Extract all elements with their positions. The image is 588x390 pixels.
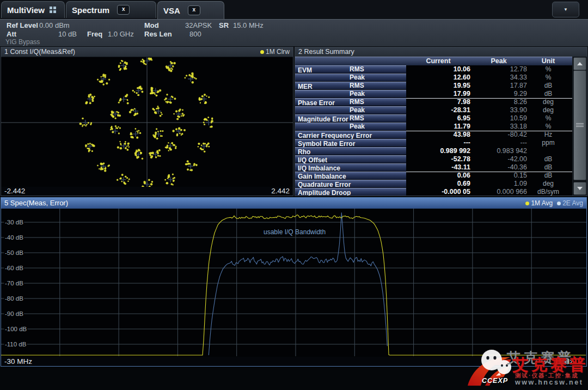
row-label-bar: Peak [295,123,406,131]
table-row: Magnitude ErrorRMS6.9510.59% [295,114,587,123]
row-peak-value: 9.29 [470,90,527,98]
row-unit: % [527,74,569,82]
row-peak-value: --- [470,139,527,147]
tab-bar: MultiView Spectrum x VSA x ▼ [0,0,588,19]
tab-spectrum-label: Spectrum [72,5,109,15]
row-unit: deg [527,180,569,188]
row-name: I/Q Offset [298,156,327,164]
scrollbar-up-button[interactable] [573,57,586,70]
tab-vsa-label: VSA [163,6,180,15]
row-subname: RMS [350,114,364,123]
table-scrollbar[interactable] [572,57,587,196]
scrollbar-down-button[interactable] [573,182,586,195]
row-current-value: -0.000 05 [406,188,470,196]
row-label-bar: MERRMS [295,82,406,90]
att-label: Att [7,30,16,38]
spectrum-panel: 5 Spec(Meas, Error) 1M Avg 2E Avg -30 dB… [1,197,587,367]
row-current-value: 19.95 [406,82,470,90]
row-current-value: 12.60 [406,74,470,82]
freq-start-label: -30 MHz [4,357,32,366]
trace1-label: 1M Clrw [266,47,290,57]
row-subname: RMS [350,98,364,106]
spectrum-trace2-label: 2E Avg [562,198,583,209]
row-current-value: -43.11 [406,163,470,172]
att-value[interactable]: 10 dB [58,30,77,38]
table-row: Carrier Frequency Error43.98-80.42Hz [295,131,587,139]
res-len-value[interactable]: 800 [189,30,201,38]
svg-text:-100 dB: -100 dB [5,326,27,332]
row-current-value: 0.69 [406,180,470,188]
table-row: Symbol Rate Error------ppm [295,139,587,147]
window-menu-button[interactable]: ▼ [552,2,579,17]
row-name: MER [298,83,313,90]
row-name: I/Q Imbalance [298,164,340,172]
table-row: Gain Imbalance0.060.15dB [295,172,587,180]
row-peak-value: 1.09 [470,180,527,188]
row-name: Amplitude Droop [298,189,351,196]
watermark-brand: CCEXP [482,377,508,385]
ref-level-value[interactable]: 0.00 dBm [39,21,70,29]
result-summary-title-text: 2 Result Summary [298,47,354,57]
col-current: Current [406,57,470,65]
tab-vsa[interactable]: VSA x [157,1,224,19]
table-row: EVMRMS10.0612.78% [295,65,587,74]
row-current-value: 17.99 [406,90,470,98]
scrollbar-thumb[interactable] [573,70,586,180]
tab-spectrum[interactable]: Spectrum x [66,1,156,18]
result-summary-panel: 2 Result Summary Current Peak Unit EVMRM… [295,47,587,196]
row-label-bar: I/Q Offset [295,155,406,163]
x-min-label: -2.442 [4,187,25,196]
row-peak-value: 8.26 [470,98,527,106]
sr-value[interactable]: 15.0 MHz [233,21,264,29]
row-peak-value: 10.59 [470,114,527,123]
row-unit: Hz [527,131,569,139]
watermark-url: www.hncsw.net [515,379,583,386]
row-subname: RMS [350,82,364,90]
close-icon[interactable]: x [117,5,130,15]
row-subname: Peak [350,90,365,98]
constellation-trace-legend[interactable]: 1M Clrw [256,47,290,57]
svg-text:usable I/Q Bandwidth: usable I/Q Bandwidth [264,228,326,236]
row-subname: Peak [350,74,365,82]
row-unit: ppm [527,139,569,147]
row-peak-value: -80.42 [470,131,527,139]
row-unit: deg [527,106,569,114]
sr-label: SR [219,21,229,29]
row-current-value: 7.98 [406,98,470,106]
close-icon[interactable]: x [188,5,200,15]
col-unit: Unit [527,57,569,65]
scrollbar-grip-icon [576,123,584,127]
row-peak-value: 34.33 [470,74,527,82]
row-label-bar: I/Q Imbalance [295,163,406,172]
tab-multiview[interactable]: MultiView [1,1,65,18]
table-row: I/Q Offset-52.78-42.00dB [295,155,587,163]
spectrum-trace1-legend[interactable]: 1M Avg [521,198,553,209]
row-name: Rho [298,148,310,156]
row-label-bar: Rho [295,147,406,155]
freq-value[interactable]: 1.0 GHz [108,30,134,38]
trace1-dot-icon [260,50,264,54]
row-label-bar: Symbol Rate Error [295,139,406,147]
row-name: Magnitude Error [298,115,348,123]
constellation-title-text: 1 Const I/Q(Meas&Ref) [4,47,75,57]
table-row: I/Q Imbalance-43.11-40.36dB [295,163,587,172]
row-label-bar: Peak [295,74,406,82]
spectrum-title-text: 5 Spec(Meas, Error) [4,198,68,209]
table-row: Quadrature Error0.691.09deg [295,180,587,188]
res-len-label: Res Len [144,30,172,38]
constellation-panel: 1 Const I/Q(Meas&Ref) 1M Clrw -2.442 2.4… [1,47,293,196]
row-label-bar: Quadrature Error [295,180,406,188]
constellation-plot [1,57,293,187]
spectrum-trace2-legend[interactable]: 2E Avg [553,198,583,209]
mod-value[interactable]: 32APSK [185,21,212,29]
svg-text:-30 dB: -30 dB [5,219,23,226]
svg-text:-50 dB: -50 dB [5,249,23,256]
row-unit: dB [527,82,569,90]
result-summary-table: Current Peak Unit EVMRMS10.0612.78%Peak1… [295,57,587,196]
multiview-grid-icon [50,7,56,13]
row-unit: dB [527,163,569,172]
chevron-down-icon: ▼ [564,7,568,12]
row-unit: deg [527,98,569,106]
row-current-value: 43.98 [406,131,470,139]
svg-text:-60 dB: -60 dB [5,265,23,271]
